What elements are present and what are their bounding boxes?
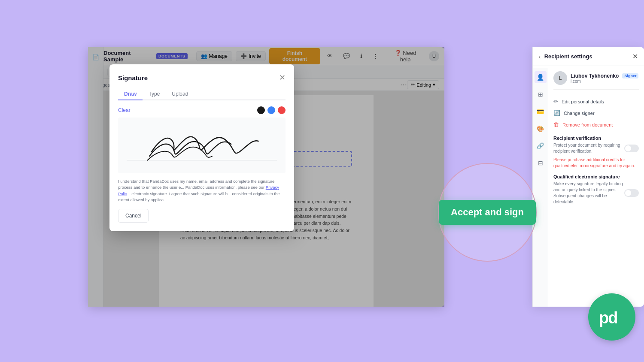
edit-icon: ✏ [553, 98, 558, 105]
color-picker [257, 106, 286, 114]
modal-footer: Cancel [118, 209, 286, 223]
signer-badge: Signer [622, 73, 638, 78]
tab-type[interactable]: Type [143, 88, 166, 100]
pandadoc-logo-svg: pd [597, 306, 627, 328]
modal-tabs: Draw Type Upload [118, 88, 286, 100]
panel-nav: ‹ Recipient settings [539, 53, 592, 60]
recipient-avatar: L [553, 71, 567, 85]
tab-draw[interactable]: Draw [118, 88, 143, 100]
recipients-icon[interactable]: 👤 [535, 71, 547, 83]
tab-upload[interactable]: Upload [166, 88, 194, 100]
modal-header: Signature ✕ [118, 73, 286, 82]
change-signer-action[interactable]: 🔄 Change signer [553, 107, 639, 119]
qualified-toggle-row: Make every signature legally binding and… [553, 181, 639, 205]
panel-back-button[interactable]: ‹ [539, 53, 541, 60]
recipient-info: Liubov Tykhonenko Signer l.com [571, 73, 638, 84]
qualified-label: Qualified electronic signature [553, 174, 639, 179]
consent-text: I understand that PandaDoc uses my name,… [118, 178, 286, 203]
sig-canvas[interactable] [118, 118, 286, 173]
clear-button[interactable]: Clear [118, 107, 131, 113]
panel-close-button[interactable]: ✕ [632, 52, 638, 60]
verification-label: Recipient verification [553, 136, 639, 141]
qualified-toggle[interactable] [624, 189, 639, 197]
panel-icons: 👤 ⊞ 💳 🎨 🔗 ⊟ [533, 68, 548, 307]
modal-close-button[interactable]: ✕ [279, 73, 286, 82]
pandadoc-logo: pd [588, 293, 635, 341]
cancel-button[interactable]: Cancel [118, 209, 149, 223]
sig-drawing [118, 118, 286, 173]
payments-icon[interactable]: 💳 [535, 106, 547, 118]
sig-baseline [127, 160, 277, 160]
recipient-row: L Liubov Tykhonenko Signer l.com [553, 71, 639, 90]
error-text: Please purchase additional credits for q… [553, 157, 639, 169]
modal-overlay: Signature ✕ Draw Type Upload Clear [88, 47, 444, 307]
edit-personal-action[interactable]: ✏ Edit personal details [553, 96, 639, 107]
fields-icon[interactable]: ⊞ [535, 88, 547, 100]
integrations-icon[interactable]: 🔗 [535, 140, 547, 152]
accept-sign-button[interactable]: Accept and sign [439, 200, 536, 225]
change-icon: 🔄 [553, 110, 560, 116]
verification-toggle[interactable] [624, 145, 639, 152]
modal-title: Signature [118, 74, 148, 81]
verification-desc: Protect your document by requiring recip… [553, 142, 624, 154]
color-blue[interactable] [267, 106, 275, 114]
right-panel: ‹ Recipient settings ✕ 👤 ⊞ 💳 🎨 🔗 ⊟ L Liu… [532, 47, 644, 307]
color-black[interactable] [257, 106, 265, 114]
panel-content: L Liubov Tykhonenko Signer l.com ✏ Edit … [548, 66, 644, 305]
color-red[interactable] [278, 106, 286, 114]
panel-header: ‹ Recipient settings ✕ [533, 47, 644, 66]
remove-action[interactable]: 🗑 Remove from document [553, 119, 639, 130]
theme-icon[interactable]: 🎨 [535, 123, 547, 135]
trash-icon: 🗑 [553, 121, 559, 128]
apps-icon[interactable]: ⊟ [535, 157, 547, 169]
svg-text:pd: pd [599, 309, 617, 327]
verification-toggle-row: Protect your document by requiring recip… [553, 142, 639, 154]
recipient-email: l.com [571, 79, 638, 84]
sig-toolbar: Clear [118, 106, 286, 114]
recipient-name: Liubov Tykhonenko [571, 73, 619, 79]
panel-title: Recipient settings [544, 53, 592, 60]
qualified-desc: Make every signature legally binding and… [553, 181, 624, 205]
spotlight-circle: Accept and sign [438, 163, 537, 262]
signature-modal: Signature ✕ Draw Type Upload Clear [109, 64, 294, 231]
privacy-policy-link[interactable]: Privacy Polic [118, 185, 279, 196]
